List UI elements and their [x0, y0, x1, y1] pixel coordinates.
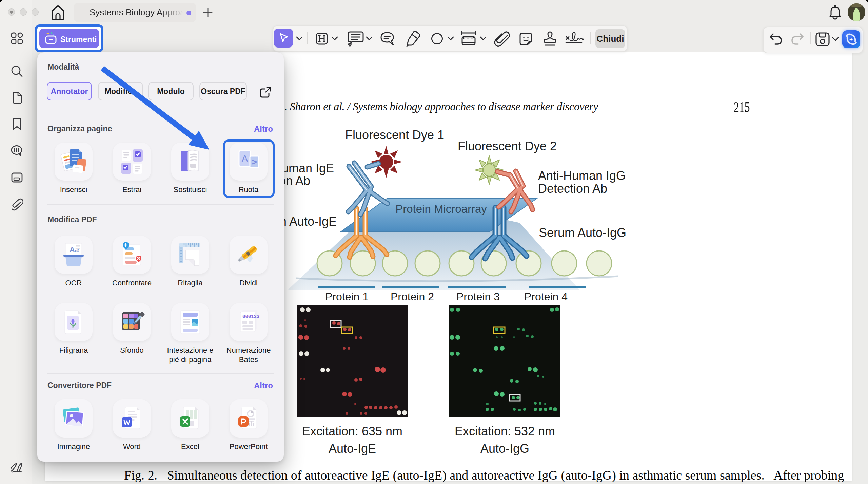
svg-text:Fluorescent Dye 2: Fluorescent Dye 2	[458, 139, 557, 153]
svg-text:Protein 4: Protein 4	[524, 291, 568, 303]
svg-text:Aa: Aa	[70, 245, 79, 254]
svg-text:Excitation: 635 nm: Excitation: 635 nm	[302, 424, 402, 438]
svg-text:Protein Microarray: Protein Microarray	[395, 203, 487, 215]
svg-text:Protein 2: Protein 2	[391, 291, 434, 303]
svg-text:Auto-IgE: Auto-IgE	[329, 442, 376, 455]
svg-text:Excitation: 532 nm: Excitation: 532 nm	[455, 424, 555, 438]
svg-text:000123: 000123	[242, 314, 259, 319]
svg-text:Protein 1: Protein 1	[325, 291, 369, 303]
svg-text:Auto-IgG: Auto-IgG	[480, 442, 529, 455]
svg-text:Serum Auto-IgG: Serum Auto-IgG	[539, 226, 626, 240]
svg-text:Protein 3: Protein 3	[456, 291, 500, 303]
svg-text:A: A	[241, 153, 248, 164]
svg-text:Detection Ab: Detection Ab	[538, 182, 607, 196]
svg-text:>: >	[252, 157, 257, 167]
svg-text:Anti-Human IgG: Anti-Human IgG	[538, 169, 626, 183]
svg-text:Fluorescent Dye 1: Fluorescent Dye 1	[345, 128, 444, 142]
